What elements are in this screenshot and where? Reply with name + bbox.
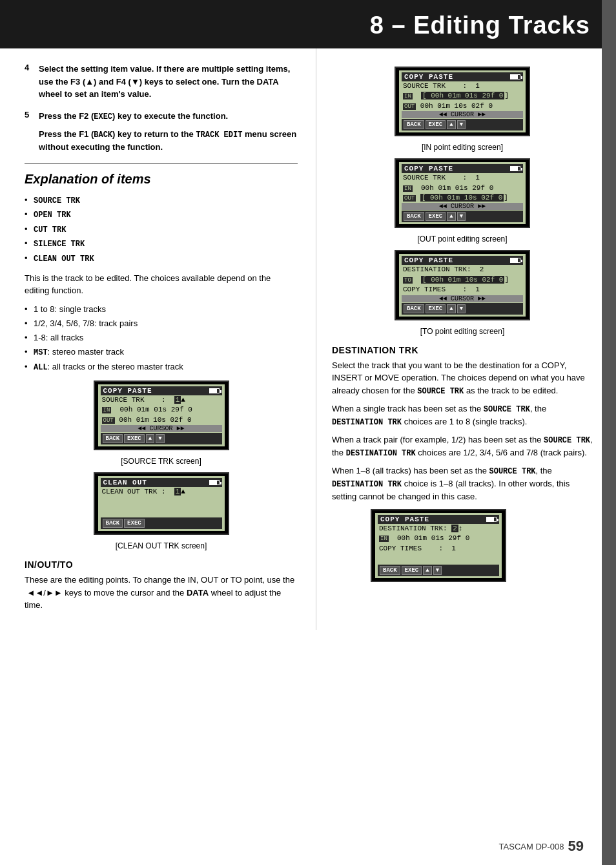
out-button-row: BACK EXEC ▲ ▼ [402,211,523,222]
out-cursor: ◄◄ CURSOR ►► [402,203,523,210]
clean-row-empty2 [101,507,222,517]
source-row-3: OUT 00h 01m 10s 02f 0 [101,415,222,425]
right-column: COPY PASTE SOURCE TRK : 1 IN [ 00h 01m 0… [316,48,616,630]
dest-screen: COPY PASTE DESTINATION TRK: 2↕ IN 00h 01… [371,509,506,582]
clean-exec-btn[interactable]: EXEC [124,519,145,528]
in-out-to-heading: IN/OUT/TO [25,559,298,570]
source-screen-caption: [SOURCE TRK screen] [25,457,298,466]
to-row-1: DESTINATION TRK: 2 [402,265,523,275]
in-back-btn[interactable]: BACK [404,120,424,129]
source-exec-btn[interactable]: EXEC [124,434,145,443]
to-down-btn[interactable]: ▼ [457,304,466,313]
source-down-btn[interactable]: ▼ [156,434,164,443]
step-5-text: Press the F2 (EXEC) key to execute the f… [39,110,228,123]
bullet-clean-trk: CLEAN OUT TRK [25,251,298,266]
battery-icon-4 [510,166,520,171]
step-5: 5 Press the F2 (EXEC) key to execute the… [25,110,298,154]
sub-bullet-list: 1 to 8: single tracks 1/2, 3/4, 5/6, 7/8… [25,302,298,374]
dest-row-2: IN 00h 01m 01s 29f 0 [378,534,499,543]
source-trk-screen: COPY PASTE SOURCE TRK : 1▲ IN 00h 01m 01… [94,380,229,450]
out-row-1: SOURCE TRK : 1 [402,173,523,183]
page-title: 8 – Editing Tracks [370,12,590,39]
to-back-btn[interactable]: BACK [404,304,424,313]
dest-down-btn[interactable]: ▼ [433,566,442,575]
dest-screen-title: COPY PASTE [380,516,429,523]
to-up-btn[interactable]: ▲ [447,304,455,313]
in-row-2: IN [ 00h 01m 01s 29f 0] [402,91,523,101]
in-down-btn[interactable]: ▼ [457,120,466,129]
dest-trk-para1: Select the track that you want to be the… [332,359,593,397]
dest-trk-heading: DESTINATION TRK [332,345,593,355]
bullet-pairs: 1/2, 3/4, 5/6, 7/8: track pairs [25,317,298,331]
in-screen-caption: [IN point editing screen] [332,143,593,152]
dest-back-btn[interactable]: BACK [380,566,400,575]
battery-icon-2 [209,480,220,485]
clean-back-btn[interactable]: BACK [103,519,123,528]
in-row-3: OUT 00h 01m 10s 02f 0 [402,101,523,111]
brand-label: TASCAM DP-008 [499,842,564,851]
bullet-silence-trk: SILENCE TRK [25,236,298,251]
in-exec-btn[interactable]: EXEC [426,120,446,129]
source-back-btn[interactable]: BACK [103,434,123,443]
to-screen-caption: [TO point editing screen] [332,327,593,336]
bullet-all: ALL: all tracks or the stereo master tra… [25,360,298,374]
out-back-btn[interactable]: BACK [404,212,424,221]
source-button-row: BACK EXEC ▲ ▼ [101,433,222,444]
page-header: 8 – Editing Tracks [0,0,616,48]
dest-trk-para3: When a track pair (for example, 1/2) has… [332,433,593,459]
out-down-btn[interactable]: ▼ [457,212,466,221]
bullet-mst: MST: stereo master track [25,345,298,359]
battery-icon-6 [486,517,497,522]
bullet-open-trk: OPEN TRK [25,207,298,222]
out-screen-caption: [OUT point editing screen] [332,234,593,244]
out-exec-btn[interactable]: EXEC [426,212,446,221]
clean-screen-caption: [CLEAN OUT TRK screen] [25,541,298,550]
out-up-btn[interactable]: ▲ [447,212,455,221]
page-number: 59 [568,838,584,855]
in-screen-title: COPY PASTE [404,73,453,81]
in-button-row: BACK EXEC ▲ ▼ [402,119,523,130]
dest-button-row: BACK EXEC ▲ ▼ [378,565,499,576]
step-4-num: 4 [25,63,34,101]
dest-row-empty [378,554,499,563]
dest-row-3: COPY TIMES : 1 [378,544,499,554]
bullet-cut-trk: CUT TRK [25,222,298,236]
source-cursor: ◄◄ CURSOR ►► [101,425,222,432]
section-divider [25,163,298,164]
dest-row-1: DESTINATION TRK: 2↕ [378,524,499,534]
battery-icon [209,388,220,393]
to-row-3: COPY TIMES : 1 [402,285,523,295]
source-row-1: SOURCE TRK : 1▲ [101,395,222,405]
source-row-2: IN 00h 01m 01s 29f 0 [101,405,222,415]
out-row-3: OUT [ 00h 01m 10s 02f 0] [402,193,523,203]
step-4-text: Select the setting item value. If there … [39,63,298,101]
battery-icon-5 [510,258,520,263]
step-5-sub: Press the F1 (BACK) key to return to the… [39,128,298,154]
in-out-to-text: These are the editing points. To change … [25,574,298,612]
explanation-heading: Explanation of items [25,172,298,187]
sidebar-accent-bar [602,0,616,865]
dest-up-btn[interactable]: ▲ [423,566,431,575]
to-exec-btn[interactable]: EXEC [426,304,446,313]
source-up-btn[interactable]: ▲ [146,434,154,443]
to-cursor: ◄◄ CURSOR ►► [402,295,523,302]
to-screen-title: COPY PASTE [404,256,453,264]
to-button-row: BACK EXEC ▲ ▼ [402,303,523,315]
left-column: 4 Select the setting item value. If ther… [0,48,316,630]
in-point-screen: COPY PASTE SOURCE TRK : 1 IN [ 00h 01m 0… [395,67,530,136]
in-up-btn[interactable]: ▲ [447,120,455,129]
step-4: 4 Select the setting item value. If ther… [25,63,298,101]
clean-button-row: BACK EXEC [101,517,222,529]
dest-exec-btn[interactable]: EXEC [402,566,422,575]
step-5-num: 5 [25,110,34,123]
battery-icon-3 [510,74,520,79]
source-screen-title: COPY PASTE [103,387,152,395]
main-bullet-list: SOURCE TRK OPEN TRK CUT TRK SILENCE TRK … [25,193,298,266]
dest-trk-para2: When a single track has been set as the … [332,402,593,428]
in-cursor: ◄◄ CURSOR ►► [402,111,523,118]
dest-trk-para4: When 1–8 (all tracks) has been set as th… [332,464,593,503]
to-point-screen: COPY PASTE DESTINATION TRK: 2 TO [ 00h 0… [395,250,530,320]
page-footer: TASCAM DP-008 59 [499,838,584,855]
out-point-screen: COPY PASTE SOURCE TRK : 1 IN 00h 01m 01s… [395,158,530,228]
bullet-1-8: 1-8: all tracks [25,331,298,345]
